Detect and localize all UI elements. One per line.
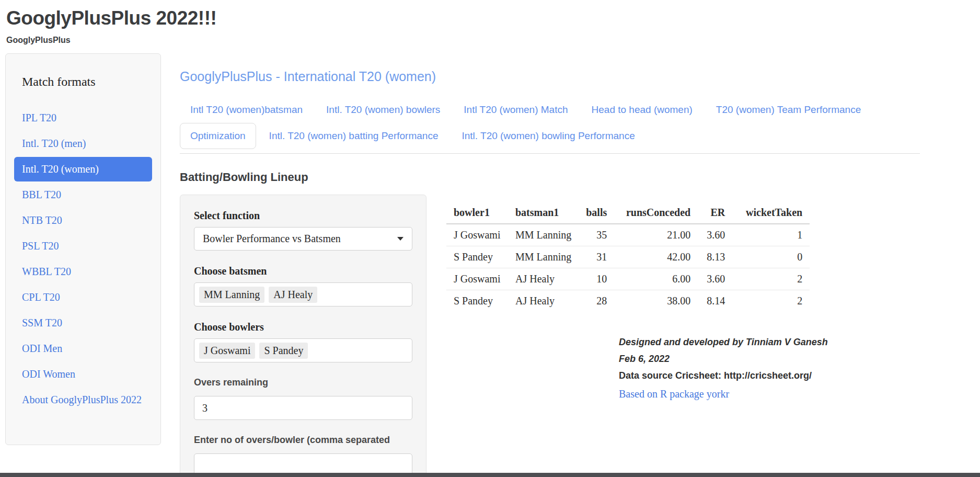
section-title: Batting/Bowling Lineup (180, 171, 920, 184)
col-header-er: ER (698, 202, 732, 224)
sidebar-item-psl-t20[interactable]: PSL T20 (14, 234, 152, 258)
cell-batsman: MM Lanning (508, 224, 579, 246)
horizontal-scrollbar[interactable] (0, 473, 980, 477)
tab-t20-women-team-performance[interactable]: T20 (women) Team Performance (706, 97, 871, 123)
cell-balls: 28 (579, 290, 614, 312)
batsman-token[interactable]: MM Lanning (199, 287, 264, 303)
tab-intl-t20-women-bowlers[interactable]: Intl. T20 (women) bowlers (316, 97, 451, 123)
cell-runs: 6.00 (614, 268, 698, 290)
cell-runs: 21.00 (614, 224, 698, 246)
cell-bowler: S Pandey (446, 290, 508, 312)
cell-er: 8.13 (698, 246, 732, 268)
choose-batsmen-field: Choose batsmen MM Lanning AJ Healy (194, 265, 412, 306)
credits-block: Designed and developed by Tinniam V Gane… (619, 337, 920, 400)
batsman-token[interactable]: AJ Healy (269, 287, 317, 303)
sidebar-item-ntb-t20[interactable]: NTB T20 (14, 208, 152, 233)
cell-wickets: 0 (732, 246, 810, 268)
choose-batsmen-input[interactable]: MM Lanning AJ Healy (194, 282, 412, 306)
table-header-row: bowler1 batsman1 balls runsConceded ER w… (446, 202, 810, 224)
cell-wickets: 1 (732, 224, 810, 246)
cell-wickets: 2 (732, 290, 810, 312)
table-row: J Goswami AJ Healy 10 6.00 3.60 2 (446, 268, 810, 290)
cell-batsman: AJ Healy (508, 290, 579, 312)
bowler-performance-table: bowler1 batsman1 balls runsConceded ER w… (446, 202, 810, 312)
col-header-runsconceded: runsConceded (614, 202, 698, 224)
sidebar-item-intl-t20-women[interactable]: Intl. T20 (women) (14, 157, 152, 181)
app-title: GooglyPlusPlus 2022!!! (6, 7, 980, 29)
select-function-field: Select function Bowler Performance vs Ba… (194, 210, 412, 251)
tab-intl-t20-women-match[interactable]: Intl T20 (women) Match (453, 97, 578, 123)
cell-wickets: 2 (732, 268, 810, 290)
tab-intl-t20-women-batsman[interactable]: Intl T20 (women)batsman (180, 97, 313, 123)
sidebar-item-ipl-t20[interactable]: IPL T20 (14, 106, 152, 130)
sidebar-item-intl-t20-men[interactable]: Intl. T20 (men) (14, 131, 152, 156)
table-row: S Pandey AJ Healy 28 38.00 8.14 2 (446, 290, 810, 312)
layout: Match formats IPL T20 Intl. T20 (men) In… (0, 53, 980, 477)
overs-remaining-input[interactable] (194, 396, 412, 420)
tab-intl-t20-women-batting-performance[interactable]: Intl. T20 (women) batting Performance (259, 123, 449, 149)
cell-balls: 35 (579, 224, 614, 246)
sidebar-item-wbbl-t20[interactable]: WBBL T20 (14, 259, 152, 284)
sidebar-item-about[interactable]: About GooglyPlusPlus 2022 (14, 388, 152, 412)
tab-head-to-head-women[interactable]: Head to head (women) (581, 97, 703, 123)
cell-balls: 31 (579, 246, 614, 268)
overs-per-bowler-field: Enter no of overs/bowler (comma separate… (194, 435, 412, 477)
bowler-token[interactable]: J Goswami (199, 343, 255, 359)
col-header-batsman1: batsman1 (508, 202, 579, 224)
tabs-divider (180, 153, 920, 154)
sidebar-item-cpl-t20[interactable]: CPL T20 (14, 285, 152, 310)
table-row: S Pandey MM Lanning 31 42.00 8.13 0 (446, 246, 810, 268)
lineup-form-panel: Select function Bowler Performance vs Ba… (180, 195, 426, 477)
overs-remaining-label: Overs remaining (194, 377, 412, 388)
cell-runs: 38.00 (614, 290, 698, 312)
app-header: GooglyPlusPlus 2022!!! GooglyPlusPlus (0, 0, 980, 45)
sidebar-item-odi-women[interactable]: ODI Women (14, 362, 152, 387)
select-function-label: Select function (194, 210, 412, 222)
cell-bowler: J Goswami (446, 224, 508, 246)
tab-optimization[interactable]: Optimization (180, 123, 256, 149)
cell-er: 3.60 (698, 268, 732, 290)
cell-bowler: J Goswami (446, 268, 508, 290)
credit-date: Feb 6, 2022 (619, 354, 920, 365)
sidebar-nav: IPL T20 Intl. T20 (men) Intl. T20 (women… (14, 106, 152, 412)
choose-bowlers-input[interactable]: J Goswami S Pandey (194, 338, 412, 362)
bowler-token[interactable]: S Pandey (259, 343, 308, 359)
choose-bowlers-label: Choose bowlers (194, 321, 412, 333)
cell-bowler: S Pandey (446, 246, 508, 268)
main-panel: GooglyPlusPlus - International T20 (wome… (161, 53, 980, 477)
sidebar: Match formats IPL T20 Intl. T20 (men) In… (5, 53, 161, 445)
cell-runs: 42.00 (614, 246, 698, 268)
credit-line: Designed and developed by Tinniam V Gane… (619, 337, 920, 348)
sidebar-heading: Match formats (22, 75, 152, 89)
tab-bar: Intl T20 (women)batsman Intl. T20 (women… (180, 97, 920, 149)
select-function-dropdown[interactable]: Bowler Performance vs Batsmen (194, 227, 412, 251)
cell-er: 3.60 (698, 224, 732, 246)
app-subtitle: GooglyPlusPlus (6, 36, 980, 45)
col-header-bowler1: bowler1 (446, 202, 508, 224)
table-row: J Goswami MM Lanning 35 21.00 3.60 1 (446, 224, 810, 246)
results-panel: bowler1 batsman1 balls runsConceded ER w… (446, 195, 920, 400)
cell-er: 8.14 (698, 290, 732, 312)
yorkr-package-link[interactable]: Based on R package yorkr (619, 388, 920, 400)
col-header-wickettaken: wicketTaken (732, 202, 810, 224)
cell-batsman: AJ Healy (508, 268, 579, 290)
choose-bowlers-field: Choose bowlers J Goswami S Pandey (194, 321, 412, 362)
data-source-line: Data source Cricsheet: http://cricsheet.… (619, 370, 920, 381)
cell-balls: 10 (579, 268, 614, 290)
overs-per-bowler-label: Enter no of overs/bowler (comma separate… (194, 435, 412, 446)
sidebar-item-ssm-t20[interactable]: SSM T20 (14, 311, 152, 335)
sidebar-item-bbl-t20[interactable]: BBL T20 (14, 183, 152, 207)
choose-batsmen-label: Choose batsmen (194, 265, 412, 277)
content-row: Select function Bowler Performance vs Ba… (180, 195, 920, 477)
chevron-down-icon (397, 237, 403, 241)
page-title: GooglyPlusPlus - International T20 (wome… (180, 69, 920, 84)
sidebar-item-odi-men[interactable]: ODI Men (14, 336, 152, 361)
cell-batsman: MM Lanning (508, 246, 579, 268)
tab-intl-t20-women-bowling-performance[interactable]: Intl. T20 (women) bowling Performance (451, 123, 645, 149)
col-header-balls: balls (579, 202, 614, 224)
select-function-value: Bowler Performance vs Batsmen (203, 233, 341, 245)
overs-remaining-field: Overs remaining (194, 377, 412, 420)
